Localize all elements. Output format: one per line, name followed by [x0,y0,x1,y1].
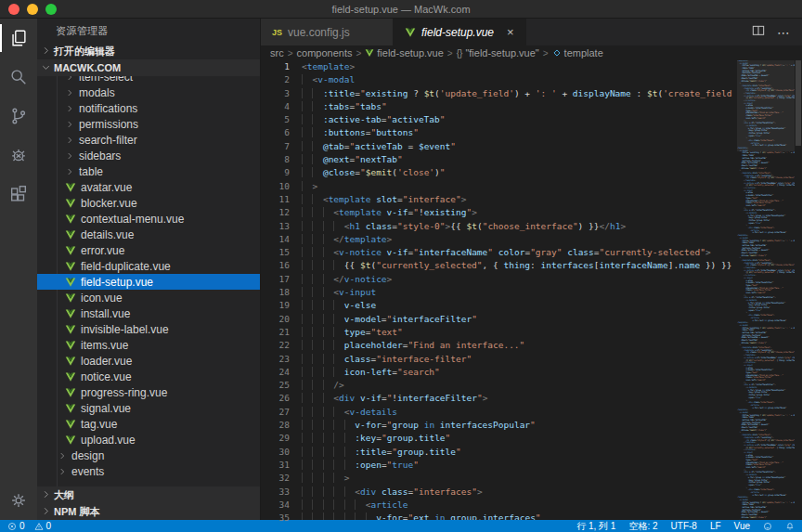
extensions-icon[interactable] [0,175,37,214]
tree-item-inner: field-setup.vue [37,276,153,289]
tree-item-contextual-menu.vue[interactable]: contextual-menu.vue [37,211,260,227]
code-editor[interactable]: 1234567891011121314151617181920212223242… [261,60,802,520]
line-number: 35 [261,512,290,525]
template-symbol-icon [552,48,562,58]
tree-item-loader.vue[interactable]: loader.vue [37,353,260,369]
tab-field-setup.vue[interactable]: field-setup.vue× [394,19,526,45]
tree-item-invisible-label.vue[interactable]: invisible-label.vue [37,321,260,337]
tree-item-icon.vue[interactable]: icon.vue [37,290,260,305]
tree-item-install.vue[interactable]: install.vue [37,305,260,321]
tree-item-inner: details.vue [37,228,134,241]
tree-item-search-filter[interactable]: search-filter [37,132,260,148]
code-line: <template> [302,60,802,73]
explorer-icon[interactable] [0,19,37,58]
minimap-viewport[interactable] [737,60,795,151]
line-number: 9 [261,166,290,179]
tree-item-modals[interactable]: modals [37,84,260,100]
code-line: @close="$emit('close')" [302,166,802,179]
tab-label: vue.config.js [288,26,350,39]
line-number: 34 [261,499,290,512]
status-warning-triangle[interactable]: 0 [34,521,52,531]
scrollbar-thumb[interactable] [796,60,801,146]
status-bar: 00行 1, 列 1空格: 2UTF-8LFVue [0,520,802,532]
split-editor-icon[interactable] [751,23,766,42]
outline-section[interactable]: 大纲 [37,487,260,503]
tree-item-events[interactable]: events [37,463,260,479]
tree-item-label: blocker.vue [81,197,137,210]
tree-item-error.vue[interactable]: error.vue [37,242,260,258]
tree-item-design[interactable]: design [37,448,260,463]
vue-file-icon [65,435,76,446]
tree-item-notice.vue[interactable]: notice.vue [37,369,260,384]
tree-item-tag.vue[interactable]: tag.vue [37,416,260,432]
tree-item-notifications[interactable]: notifications [37,100,260,116]
line-number: 15 [261,246,290,259]
breadcrumb-item-3[interactable]: field-setup.vue [365,47,444,58]
tree-item-field-setup.vue[interactable]: field-setup.vue [37,274,260,290]
tree-item-details.vue[interactable]: details.vue [37,227,260,242]
breadcrumb-item-4[interactable]: {}"field-setup.vue" [457,47,539,58]
feedback-smiley-icon[interactable] [763,522,772,531]
workspace-root-section[interactable]: MACWK.COM [37,59,260,76]
vue-file-icon [65,356,76,367]
status-lf[interactable]: LF [710,521,721,531]
tree-item-upload.vue[interactable]: upload.vue [37,432,260,448]
close-tab-icon[interactable]: × [507,26,514,38]
tree-item-field-duplicate.vue[interactable]: field-duplicate.vue [37,258,260,274]
tree-item-sidebars[interactable]: sidebars [37,148,260,163]
line-number-gutter: 1234567891011121314151617181920212223242… [261,60,302,520]
notifications-bell-icon[interactable] [785,522,795,531]
tree-item-label: contextual-menu.vue [81,213,184,226]
code-line: <h1 class="style-0">{{ $t("choose_interf… [302,220,802,233]
tree-item-avatar.vue[interactable]: avatar.vue [37,179,260,195]
close-window-button[interactable] [8,4,19,15]
minimize-window-button[interactable] [27,4,38,15]
status-error-circle[interactable]: 0 [7,521,25,531]
folder-chevron-icon [65,136,74,145]
line-number: 21 [261,326,290,339]
source-control-icon[interactable] [0,97,37,136]
tree-item-progress-ring.vue[interactable]: progress-ring.vue [37,384,260,400]
npm-scripts-section[interactable]: NPM 脚本 [37,503,260,520]
tree-item-inner: design [37,449,104,462]
settings-icon[interactable] [0,481,37,520]
minimap[interactable]: <template> <v-modal :title="existing ? $… [737,60,795,520]
line-number: 32 [261,472,290,485]
vue-file-icon [65,324,76,335]
status-vue[interactable]: Vue [734,521,750,531]
chevron-down-icon [41,62,51,74]
status--1-1[interactable]: 行 1, 列 1 [576,520,615,532]
tree-item-inner: items.vue [37,339,128,352]
search-icon[interactable] [0,58,37,97]
code-line: > [737,520,795,521]
tree-item-inner: contextual-menu.vue [37,213,184,226]
tree-item-table[interactable]: table [37,163,260,179]
breadcrumb-item-2[interactable]: components [297,47,353,58]
editor-scrollbar[interactable] [795,60,802,520]
explorer-sidebar: 资源管理器 打开的编辑器 MACWK.COM item-selectmodals… [37,19,261,520]
code-content[interactable]: <template> <v-modal :title="existing ? $… [302,60,802,520]
line-number: 3 [261,87,290,100]
tab-vue.config.js[interactable]: JSvue.config.js [261,19,394,45]
debug-icon[interactable] [0,136,37,175]
breadcrumb-item-5[interactable]: template [552,47,603,58]
tree-item-items.vue[interactable]: items.vue [37,337,260,353]
line-number: 27 [261,406,290,419]
tree-item-blocker.vue[interactable]: blocker.vue [37,195,260,211]
breadcrumb-item-1[interactable]: src [270,47,284,58]
tree-item-permissions[interactable]: permissions [37,116,260,132]
line-number: 11 [261,193,290,206]
status-utf-8[interactable]: UTF-8 [671,521,697,531]
outline-label: 大纲 [54,488,74,502]
code-line: :key="group.title" [302,432,802,445]
open-editors-section[interactable]: 打开的编辑器 [37,43,260,59]
status--2[interactable]: 空格: 2 [628,520,657,532]
line-number: 23 [261,353,290,366]
zoom-window-button[interactable] [45,4,57,15]
tree-item-item-select[interactable]: item-select [37,76,260,84]
tree-item-label: design [71,449,104,462]
more-actions-icon[interactable]: ⋯ [777,25,791,40]
tab-label: field-setup.vue [421,26,494,39]
tree-item-signal.vue[interactable]: signal.vue [37,400,260,416]
tree-item-label: notifications [79,102,137,115]
